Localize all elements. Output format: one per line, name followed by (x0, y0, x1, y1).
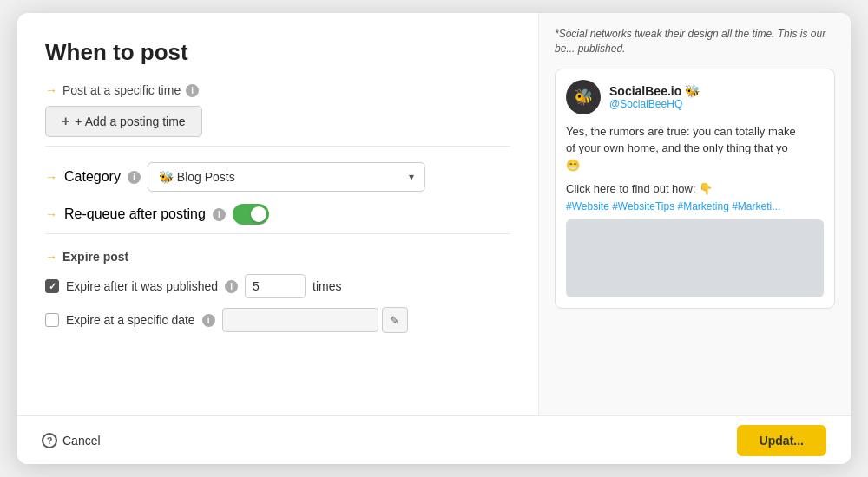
post-cta: Click here to find out how: 👇 (566, 182, 824, 195)
edit-date-button[interactable]: ✎ (382, 307, 408, 333)
expire-date-row: Expire at a specific date i ✎ (45, 307, 510, 333)
modal: When to post → Post at a specific time i… (17, 13, 851, 464)
expire-after-row: ✓ Expire after it was published i times (45, 274, 510, 298)
plus-icon: + (62, 114, 69, 129)
expire-title-row: → Expire post (45, 250, 510, 264)
edit-icon: ✎ (390, 314, 399, 327)
expire-after-info-icon[interactable]: i (225, 280, 238, 293)
social-header: 🐝 SocialBee.io 🐝 @SocialBeeHQ (566, 80, 824, 114)
category-section: → Category i 🐝 Blog Posts ▾ → Re-queue a… (45, 146, 510, 233)
requeue-row: → Re-queue after posting i (45, 204, 510, 225)
expire-section: → Expire post ✓ Expire after it was publ… (45, 233, 510, 350)
update-button[interactable]: Updat... (737, 425, 826, 456)
category-row: → Category i 🐝 Blog Posts ▾ (45, 162, 510, 192)
footer: ? Cancel Updat... (17, 415, 851, 464)
category-label: Category (64, 169, 121, 185)
arrow-icon: → (45, 83, 57, 97)
disclaimer-text: *Social networks tweak their design all … (555, 27, 835, 56)
times-label: times (312, 279, 341, 293)
add-posting-time-button[interactable]: + + Add a posting time (45, 106, 202, 137)
date-input-container: ✎ (222, 307, 408, 333)
specific-time-section: → Post at a specific time i + + Add a po… (45, 83, 510, 146)
expire-post-label: Expire post (62, 250, 128, 264)
expire-date-label: Expire at a specific date (66, 313, 195, 327)
post-text-line1: Yes, the rumors are true: you can totall… (566, 125, 796, 138)
category-selected-value: 🐝 Blog Posts (159, 170, 235, 184)
right-panel: *Social networks tweak their design all … (538, 13, 851, 464)
help-icon-text: ? (47, 435, 53, 446)
category-arrow-icon: → (45, 170, 57, 184)
post-text-line2: of your own home, and the only thing tha… (566, 141, 788, 154)
update-label: Updat... (760, 434, 804, 448)
expire-after-label: Expire after it was published (66, 279, 218, 293)
expire-count-input[interactable] (245, 274, 306, 298)
cancel-button[interactable]: ? Cancel (42, 433, 101, 448)
avatar: 🐝 (566, 80, 601, 114)
social-post-body: Yes, the rumors are true: you can totall… (566, 123, 824, 174)
expire-date-info-icon[interactable]: i (202, 314, 215, 327)
requeue-toggle[interactable] (233, 204, 269, 225)
left-panel: When to post → Post at a specific time i… (17, 13, 538, 464)
requeue-info-icon[interactable]: i (213, 208, 226, 221)
social-account-info: SocialBee.io 🐝 @SocialBeeHQ (609, 84, 700, 110)
help-icon: ? (42, 433, 57, 448)
requeue-arrow-icon: → (45, 207, 57, 221)
expire-date-checkbox[interactable] (45, 313, 59, 327)
requeue-label: Re-queue after posting (64, 206, 206, 222)
expire-after-checkbox[interactable]: ✓ (45, 279, 59, 293)
social-preview-card: 🐝 SocialBee.io 🐝 @SocialBeeHQ Yes, the r… (555, 69, 835, 310)
social-account-name: SocialBee.io 🐝 (609, 84, 700, 98)
modal-title: When to post (45, 39, 510, 66)
checkmark-icon: ✓ (49, 281, 56, 292)
category-dropdown[interactable]: 🐝 Blog Posts ▾ (148, 162, 425, 192)
post-image-placeholder (566, 219, 824, 297)
category-value-text: 🐝 Blog Posts (159, 170, 235, 184)
toggle-slider (233, 204, 269, 225)
chevron-down-icon: ▾ (409, 171, 414, 183)
specific-time-label: Post at a specific time (62, 83, 181, 97)
add-posting-time-label: + Add a posting time (75, 114, 185, 128)
specific-time-label-row: → Post at a specific time i (45, 83, 510, 97)
post-hashtags: #Website #WebsiteTips #Marketing #Market… (566, 200, 824, 212)
cancel-label: Cancel (62, 434, 101, 448)
category-info-icon[interactable]: i (128, 171, 141, 184)
post-emoji: 😁 (566, 159, 580, 172)
social-account-handle: @SocialBeeHQ (609, 98, 700, 110)
specific-time-info-icon[interactable]: i (186, 84, 199, 97)
expire-date-input[interactable] (222, 308, 378, 332)
expire-arrow-icon: → (45, 250, 57, 264)
